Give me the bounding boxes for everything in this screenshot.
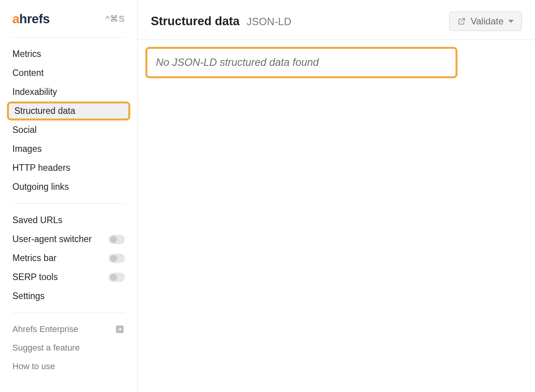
toggle-switch[interactable] <box>109 254 125 263</box>
sidebar-item-outgoing-links[interactable]: Outgoing links <box>0 177 137 196</box>
nav-footer: Ahrefs Enterprise Suggest a feature How … <box>0 313 137 376</box>
toggle-switch[interactable] <box>109 235 125 244</box>
sidebar-item-http-headers[interactable]: HTTP headers <box>0 158 137 177</box>
sidebar-item-content[interactable]: Content <box>0 64 137 83</box>
sidebar-item-serp-tools[interactable]: SERP tools <box>0 268 137 287</box>
sidebar-item-social[interactable]: Social <box>0 120 137 139</box>
sidebar-item-images[interactable]: Images <box>0 139 137 158</box>
sidebar-item-user-agent-switcher[interactable]: User-agent switcher <box>0 230 137 249</box>
sidebar: ahrefs ^⌘S Metrics Content Indexability … <box>0 0 138 392</box>
main-header: Structured data JSON-LD Validate <box>138 0 535 40</box>
shortcut-text: ^⌘S <box>105 14 125 24</box>
sidebar-item-label: Suggest a feature <box>12 343 80 353</box>
nav-tools: Saved URLs User-agent switcher Metrics b… <box>0 204 137 313</box>
sidebar-item-label: Indexability <box>12 87 57 97</box>
sidebar-item-label: Outgoing links <box>12 182 69 192</box>
sidebar-item-saved-urls[interactable]: Saved URLs <box>0 211 137 230</box>
sidebar-item-settings[interactable]: Settings <box>0 287 137 306</box>
sidebar-item-how-to-use[interactable]: How to use <box>0 357 137 376</box>
validate-button[interactable]: Validate <box>449 12 522 31</box>
sidebar-item-metrics[interactable]: Metrics <box>0 45 137 64</box>
main-content: Structured data JSON-LD Validate No JSON… <box>138 0 535 392</box>
sidebar-item-label: Content <box>12 68 44 78</box>
sidebar-item-label: Metrics <box>12 49 41 59</box>
external-link-icon <box>457 17 466 26</box>
logo-letter-a: a <box>12 12 19 26</box>
nav-primary: Metrics Content Indexability Structured … <box>0 38 137 203</box>
sidebar-item-label: How to use <box>12 361 55 371</box>
ahrefs-logo: ahrefs <box>12 12 50 26</box>
sidebar-item-label: Images <box>12 144 41 154</box>
sidebar-item-suggest-feature[interactable]: Suggest a feature <box>0 339 137 357</box>
sidebar-header: ahrefs ^⌘S <box>0 0 137 37</box>
sidebar-item-label: HTTP headers <box>12 163 70 173</box>
validate-label: Validate <box>471 16 504 27</box>
sidebar-item-indexability[interactable]: Indexability <box>0 83 137 101</box>
sidebar-item-structured-data[interactable]: Structured data <box>7 101 130 120</box>
toggle-switch[interactable] <box>109 273 125 282</box>
empty-state-text: No JSON-LD structured data found <box>156 57 319 68</box>
sidebar-item-label: SERP tools <box>12 272 58 282</box>
sidebar-item-label: User-agent switcher <box>12 234 92 244</box>
page-title: Structured data <box>151 14 240 28</box>
sidebar-item-ahrefs-enterprise[interactable]: Ahrefs Enterprise <box>0 320 137 339</box>
empty-state-callout: No JSON-LD structured data found <box>145 47 457 78</box>
sidebar-item-metrics-bar[interactable]: Metrics bar <box>0 249 137 268</box>
sidebar-item-label: Settings <box>12 291 45 301</box>
page-subtitle: JSON-LD <box>247 16 292 28</box>
sidebar-item-label: Ahrefs Enterprise <box>12 324 78 334</box>
keyboard-shortcut: ^⌘S <box>105 14 125 24</box>
sidebar-item-label: Social <box>12 125 37 135</box>
sidebar-item-label: Structured data <box>14 106 75 116</box>
sidebar-item-label: Saved URLs <box>12 215 62 225</box>
external-link-icon <box>115 324 125 334</box>
chevron-down-icon <box>508 20 514 23</box>
sidebar-item-label: Metrics bar <box>12 253 57 263</box>
title-wrap: Structured data JSON-LD <box>151 14 292 28</box>
logo-rest: hrefs <box>19 12 50 26</box>
